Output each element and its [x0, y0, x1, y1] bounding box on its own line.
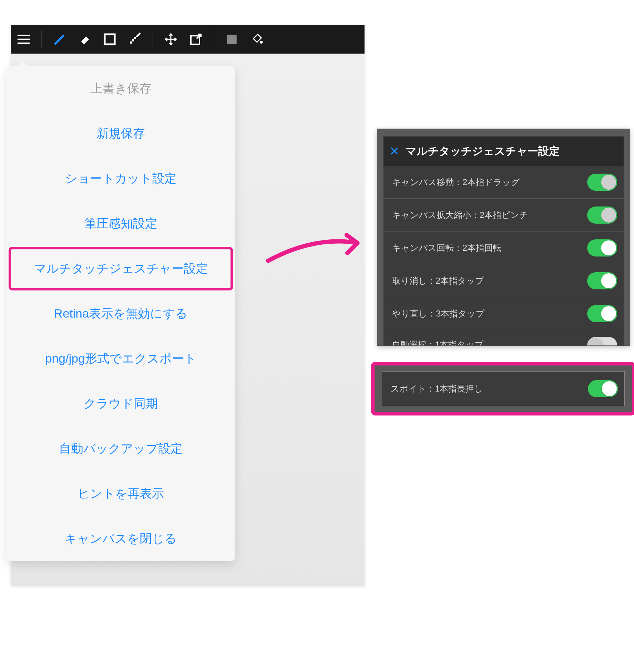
- menu-item-pressure-settings[interactable]: 筆圧感知設定: [6, 201, 235, 246]
- setting-label: スポイト：1本指長押し: [391, 383, 483, 394]
- svg-rect-5: [227, 35, 237, 44]
- rectangle-icon[interactable]: [103, 32, 117, 46]
- fullscreen-icon[interactable]: [189, 32, 203, 46]
- menu-item-close-canvas[interactable]: キャンバスを閉じる: [6, 516, 235, 561]
- setting-canvas-zoom: キャンバス拡大縮小：2本指ピンチ: [383, 199, 624, 232]
- setting-label: 取り消し：2本指タップ: [392, 275, 484, 287]
- menu-item-save-as[interactable]: 新規保存: [6, 111, 235, 156]
- bucket-icon[interactable]: [250, 32, 264, 46]
- toggle-eyedropper[interactable]: [588, 380, 618, 397]
- toggle-redo[interactable]: [587, 305, 617, 322]
- toggle-canvas-rotate[interactable]: [587, 239, 617, 257]
- setting-redo: やり直し：3本指タップ: [383, 297, 624, 330]
- setting-eyedropper: スポイト：1本指長押し: [382, 371, 625, 406]
- close-icon[interactable]: ✕: [389, 144, 399, 158]
- gesture-settings-dialog: ✕ マルチタッチジェスチャー設定 キャンバス移動：2本指ドラッグ キャンバス拡大…: [377, 129, 630, 346]
- svg-point-6: [260, 41, 263, 44]
- menu-item-auto-backup-settings[interactable]: 自動バックアップ設定: [6, 426, 235, 471]
- eraser-icon[interactable]: [78, 32, 92, 46]
- arrow-icon: [264, 225, 372, 268]
- main-menu: 上書き保存 新規保存 ショートカット設定 筆圧感知設定 マルチタッチジェスチャー…: [6, 66, 235, 561]
- menu-item-cloud-sync[interactable]: クラウド同期: [6, 381, 235, 426]
- hamburger-icon[interactable]: [16, 32, 31, 46]
- pixel-brush-icon[interactable]: [128, 32, 142, 46]
- divider: [214, 30, 214, 48]
- toggle-undo[interactable]: [587, 272, 617, 289]
- setting-canvas-move: キャンバス移動：2本指ドラッグ: [383, 166, 624, 199]
- highlighted-setting-eyedropper: スポイト：1本指長押し: [371, 362, 634, 415]
- setting-label: 自動選択：1本指タップ: [392, 339, 484, 346]
- move-icon[interactable]: [164, 32, 178, 46]
- setting-label: キャンバス移動：2本指ドラッグ: [392, 176, 520, 188]
- toolbar: [11, 25, 365, 54]
- setting-canvas-rotate: キャンバス回転：2本指回転: [383, 232, 624, 264]
- menu-item-export-png-jpg[interactable]: png/jpg形式でエクスポート: [6, 336, 235, 381]
- svg-rect-1: [130, 41, 132, 44]
- setting-label: キャンバス回転：2本指回転: [392, 242, 501, 254]
- setting-label: やり直し：3本指タップ: [392, 308, 485, 319]
- menu-item-show-hints-again[interactable]: ヒントを再表示: [6, 471, 235, 516]
- svg-rect-2: [132, 39, 134, 41]
- menu-item-overwrite-save: 上書き保存: [6, 66, 235, 111]
- brush-icon[interactable]: [53, 32, 67, 46]
- svg-rect-3: [134, 37, 136, 39]
- toggle-canvas-move[interactable]: [587, 174, 617, 191]
- svg-rect-0: [105, 34, 115, 44]
- menu-item-disable-retina[interactable]: Retina表示を無効にする: [6, 291, 235, 336]
- setting-label: キャンバス拡大縮小：2本指ピンチ: [392, 209, 528, 221]
- divider: [41, 30, 42, 48]
- divider: [153, 30, 153, 48]
- setting-auto-select: 自動選択：1本指タップ: [383, 330, 624, 346]
- square-fill-icon[interactable]: [225, 32, 239, 46]
- settings-header: ✕ マルチタッチジェスチャー設定: [383, 136, 624, 166]
- menu-pointer-icon: [18, 61, 28, 66]
- menu-item-shortcut-settings[interactable]: ショートカット設定: [6, 156, 235, 201]
- menu-item-multitouch-gesture-settings[interactable]: マルチタッチジェスチャー設定: [9, 247, 233, 290]
- toggle-canvas-zoom[interactable]: [587, 206, 617, 224]
- toggle-auto-select[interactable]: [587, 337, 617, 346]
- setting-undo: 取り消し：2本指タップ: [383, 264, 624, 297]
- settings-title: マルチタッチジェスチャー設定: [406, 144, 560, 159]
